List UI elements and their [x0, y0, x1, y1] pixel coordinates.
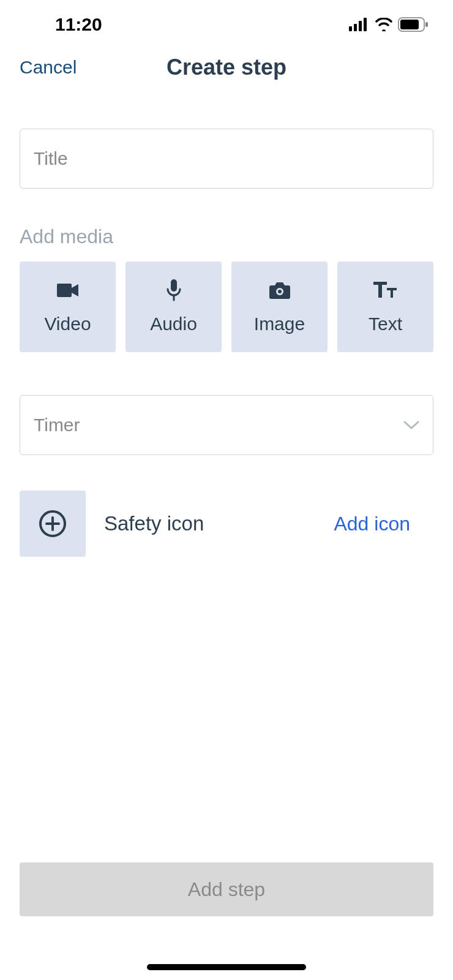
media-tile-video[interactable]: Video — [20, 262, 116, 352]
media-row: Video Audio Image — [20, 262, 433, 352]
svg-rect-1 — [354, 24, 357, 31]
safety-icon-placeholder[interactable] — [20, 491, 86, 557]
text-icon — [373, 279, 398, 301]
svg-rect-0 — [349, 26, 352, 31]
page-title: Create step — [167, 55, 286, 80]
battery-icon — [398, 17, 429, 32]
status-time: 11:20 — [24, 14, 102, 35]
media-tile-label: Text — [369, 314, 402, 334]
media-tile-label: Image — [254, 314, 305, 334]
svg-rect-5 — [400, 20, 419, 29]
status-icons — [349, 17, 429, 32]
add-media-label: Add media — [20, 225, 433, 248]
svg-rect-7 — [57, 284, 72, 297]
timer-label: Timer — [34, 415, 80, 435]
svg-rect-6 — [425, 22, 428, 27]
video-icon — [57, 279, 79, 301]
cancel-button[interactable]: Cancel — [20, 57, 77, 78]
media-tile-text[interactable]: Text — [337, 262, 433, 352]
timer-select[interactable]: Timer — [20, 395, 433, 455]
title-input[interactable] — [20, 129, 433, 189]
audio-icon — [166, 279, 182, 301]
media-tile-label: Audio — [150, 314, 197, 334]
svg-rect-3 — [364, 18, 367, 31]
svg-rect-8 — [171, 279, 177, 292]
add-icon-button[interactable]: Add icon — [334, 513, 433, 535]
wifi-icon — [375, 18, 393, 31]
chevron-down-icon — [403, 420, 419, 430]
header: Cancel Create step — [0, 43, 453, 92]
media-tile-audio[interactable]: Audio — [125, 262, 222, 352]
media-tile-image[interactable]: Image — [231, 262, 328, 352]
svg-rect-2 — [359, 21, 362, 31]
safety-icon-label: Safety icon — [104, 512, 315, 535]
media-tile-label: Video — [44, 314, 91, 334]
status-bar: 11:20 — [0, 0, 453, 43]
image-icon — [269, 279, 291, 301]
home-indicator[interactable] — [147, 964, 306, 970]
signal-icon — [349, 18, 370, 31]
safety-icon-row: Safety icon Add icon — [20, 491, 433, 557]
plus-circle-icon — [38, 509, 67, 538]
add-step-button[interactable]: Add step — [20, 862, 433, 916]
svg-point-11 — [278, 290, 282, 293]
